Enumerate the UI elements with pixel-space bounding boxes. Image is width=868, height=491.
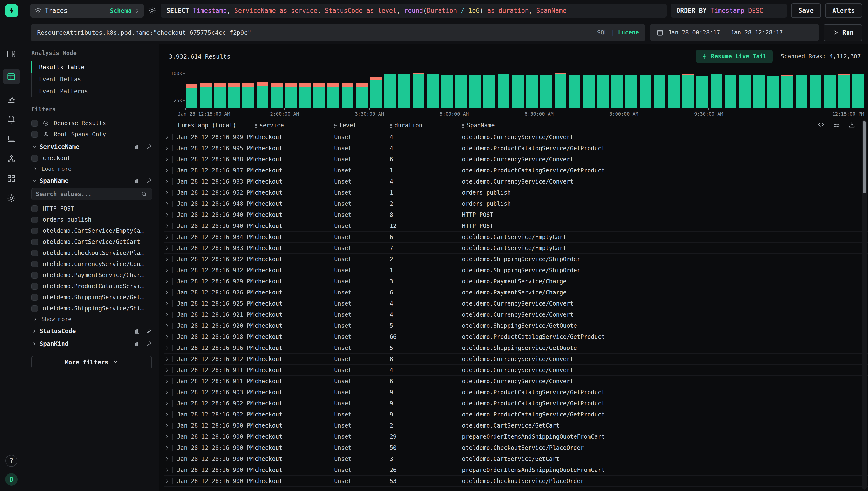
expand-row-button[interactable] — [164, 256, 177, 262]
facet-pin-icon[interactable] — [146, 328, 152, 334]
expand-row-button[interactable] — [164, 423, 177, 429]
table-row[interactable]: Jan 28 12:28:16.988 PMcheckoutUnset6otel… — [164, 154, 868, 165]
expand-row-button[interactable] — [164, 445, 177, 451]
expand-row-button[interactable] — [164, 323, 177, 329]
spanname-option[interactable]: orders publish — [31, 214, 152, 225]
collapse-sidebar-icon[interactable] — [6, 49, 16, 59]
option-checkbox[interactable] — [31, 228, 38, 234]
spanname-search-input[interactable] — [36, 191, 141, 198]
option-checkbox[interactable] — [31, 261, 38, 267]
spanname-option[interactable]: oteldemo.ShippingService/Get… — [31, 292, 152, 303]
expand-row-button[interactable] — [164, 223, 177, 229]
table-row[interactable]: Jan 28 12:28:16.987 PMcheckoutUnset1otel… — [164, 165, 868, 176]
table-row[interactable]: Jan 28 12:28:16.916 PMcheckoutUnset5otel… — [164, 342, 868, 353]
spanname-option[interactable]: oteldemo.CheckoutService/Pla… — [31, 248, 152, 259]
option-checkbox[interactable] — [31, 294, 38, 301]
expand-row-button[interactable] — [164, 456, 177, 462]
table-row[interactable]: Jan 28 12:28:16.948 PMcheckoutUnset2orde… — [164, 198, 868, 209]
nav-alerts[interactable] — [6, 114, 16, 124]
facet-spanname-header[interactable]: SpanName — [31, 174, 152, 187]
expand-row-button[interactable] — [164, 134, 177, 140]
analysis-mode-event-patterns[interactable]: Event Patterns — [31, 85, 152, 97]
expand-row-button[interactable] — [164, 389, 177, 396]
spanname-option[interactable]: oteldemo.CurrencyService/Con… — [31, 259, 152, 270]
option-checkbox[interactable] — [31, 216, 38, 223]
option-checkbox[interactable] — [31, 305, 38, 312]
option-checkbox[interactable] — [31, 272, 38, 279]
spanname-option[interactable]: oteldemo.CartService/GetCart — [31, 236, 152, 248]
app-logo[interactable] — [5, 4, 18, 17]
wrap-lines-icon[interactable] — [833, 121, 840, 128]
expand-row-button[interactable] — [164, 378, 177, 384]
servicename-option-checkout[interactable]: checkout — [31, 153, 152, 164]
expand-row-button[interactable] — [164, 190, 177, 196]
expand-row-button[interactable] — [164, 345, 177, 351]
expand-row-button[interactable] — [164, 178, 177, 185]
expand-row-button[interactable] — [164, 478, 177, 484]
histogram-chart[interactable]: 100K25K Jan 28 12:15:00 AM2:00:00 AM3:30… — [159, 68, 868, 119]
facet-statuscode-header[interactable]: StatusCode — [31, 324, 152, 337]
denoise-results-checkbox[interactable] — [31, 120, 38, 126]
table-row[interactable]: Jan 28 12:28:16.900 PMcheckoutUnset3otel… — [164, 453, 868, 464]
table-row[interactable]: Jan 28 12:28:16.911 PMcheckoutUnset6otel… — [164, 376, 868, 387]
expand-row-button[interactable] — [164, 300, 177, 307]
root-spans-checkbox[interactable] — [31, 131, 38, 138]
table-row[interactable]: Jan 28 12:28:16.911 PMcheckoutUnset4otel… — [164, 365, 868, 376]
spanname-option[interactable]: oteldemo.PaymentService/Char… — [31, 270, 152, 281]
servicename-load-more[interactable]: Load more — [31, 164, 152, 174]
drag-handle-icon[interactable] — [255, 123, 257, 127]
spanname-option[interactable]: HTTP POST — [31, 203, 152, 214]
column-header-timestamp-local-[interactable]: Timestamp (Local) — [177, 122, 255, 129]
table-row[interactable]: Jan 28 12:28:16.900 PMcheckoutUnset29pre… — [164, 431, 868, 442]
spanname-option[interactable]: oteldemo.CartService/EmptyCa… — [31, 225, 152, 236]
spanname-option[interactable]: oteldemo.ProductCatalogServi… — [31, 281, 152, 292]
save-button[interactable]: Save — [791, 3, 821, 18]
expand-row-button[interactable] — [164, 312, 177, 318]
option-checkbox[interactable] — [31, 239, 38, 245]
nav-client-sessions[interactable] — [6, 134, 16, 144]
time-range-picker[interactable]: Jan 28 00:28:17 - Jan 28 12:28:17 — [650, 24, 819, 41]
expand-row-button[interactable] — [164, 278, 177, 285]
root-spans-only-toggle[interactable]: Root Spans Only — [31, 129, 152, 140]
expand-row-button[interactable] — [164, 167, 177, 174]
search-query-input[interactable]: ResourceAttributes.k8s.pod.name:"checkou… — [31, 24, 645, 41]
table-row[interactable]: Jan 28 12:28:16.929 PMcheckoutUnset3otel… — [164, 276, 868, 287]
expand-row-button[interactable] — [164, 234, 177, 240]
denoise-results-toggle[interactable]: Denoise Results — [31, 118, 152, 129]
resume-live-tail-button[interactable]: Resume Live Tail — [696, 50, 772, 63]
user-avatar[interactable]: D — [5, 473, 18, 486]
table-row[interactable]: Jan 28 12:28:16.940 PMcheckoutUnset8HTTP… — [164, 209, 868, 221]
table-row[interactable]: Jan 28 12:28:16.933 PMcheckoutUnset7otel… — [164, 242, 868, 254]
table-row[interactable]: Jan 28 12:28:16.920 PMcheckoutUnset5otel… — [164, 320, 868, 331]
expand-row-button[interactable] — [164, 356, 177, 362]
expand-row-button[interactable] — [164, 289, 177, 296]
table-row[interactable]: Jan 28 12:28:16.934 PMcheckoutUnset6otel… — [164, 232, 868, 242]
option-checkbox[interactable] — [31, 283, 38, 290]
facet-chart-icon[interactable] — [134, 341, 140, 347]
alerts-button[interactable]: Alerts — [825, 3, 862, 18]
facet-pin-icon[interactable] — [146, 178, 152, 184]
table-row[interactable]: Jan 28 12:28:16.932 PMcheckoutUnset1otel… — [164, 265, 868, 276]
table-row[interactable]: Jan 28 12:28:16.925 PMcheckoutUnset4otel… — [164, 298, 868, 309]
table-row[interactable]: Jan 28 12:28:16.902 PMcheckoutUnset9otel… — [164, 398, 868, 409]
table-row[interactable]: Jan 28 12:28:16.940 PMcheckoutUnset12HTT… — [164, 221, 868, 232]
download-icon[interactable] — [848, 121, 856, 128]
code-view-icon[interactable] — [817, 121, 825, 128]
nav-service-map[interactable] — [6, 154, 16, 164]
expand-row-button[interactable] — [164, 411, 177, 418]
spanname-option[interactable]: oteldemo.ShippingService/Shi… — [31, 303, 152, 314]
nav-chart-explorer[interactable] — [6, 94, 16, 104]
order-by-input[interactable]: ORDER BY Timestamp DESC — [671, 4, 787, 18]
table-row[interactable]: Jan 28 12:28:16.918 PMcheckoutUnset66ote… — [164, 331, 868, 342]
source-settings-button[interactable] — [148, 6, 156, 15]
scrollbar-thumb[interactable] — [863, 121, 866, 194]
language-lucene[interactable]: Lucene — [618, 29, 639, 36]
facet-chart-icon[interactable] — [134, 144, 140, 150]
table-row[interactable]: Jan 28 12:28:16.999 PMcheckoutUnset4otel… — [164, 132, 868, 143]
column-header-spanname[interactable]: SpanName — [462, 122, 868, 129]
table-row[interactable]: Jan 28 12:28:16.900 PMcheckoutUnset26pre… — [164, 464, 868, 475]
table-row[interactable]: Jan 28 12:28:16.912 PMcheckoutUnset8otel… — [164, 353, 868, 365]
expand-row-button[interactable] — [164, 156, 177, 163]
nav-team-settings[interactable] — [6, 194, 16, 203]
source-select[interactable]: Traces Schema — [30, 4, 144, 18]
